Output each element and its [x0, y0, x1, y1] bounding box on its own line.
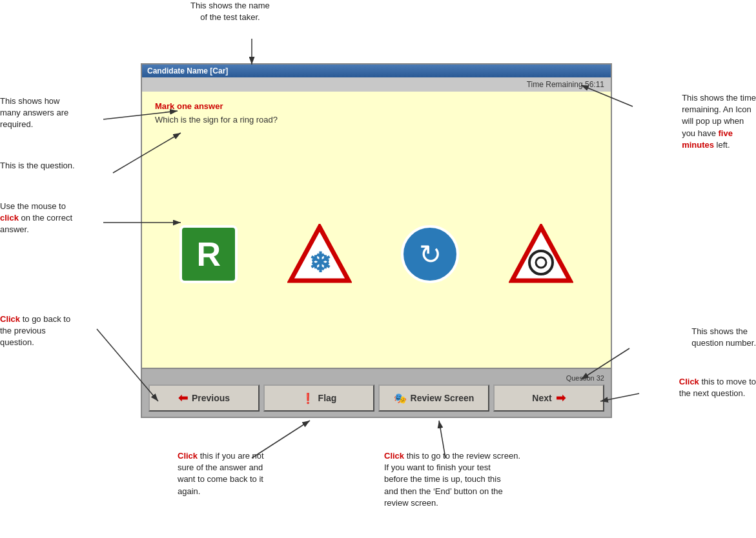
- annotation-review: Click this to go to the review screen. I…: [384, 450, 520, 509]
- annotation-answers-required: This shows how many answers are required…: [0, 95, 68, 131]
- top-bar: Time Remaining 56:11: [142, 77, 611, 92]
- time-remaining: Time Remaining 56:11: [527, 80, 604, 89]
- annotation-mouse-click: Use the mouse to click on the correct an…: [0, 201, 72, 236]
- ann8-line1: this to move to: [699, 377, 756, 386]
- ann3-line3: answer.: [0, 224, 29, 234]
- ann6-line2: the previous: [0, 326, 46, 335]
- annotation-question: This is the question.: [0, 160, 75, 172]
- ann2-line1: This is the question.: [0, 161, 75, 170]
- ann5-line1: This shows the time: [682, 93, 756, 103]
- title-bar-label: Candidate Name [Car]: [147, 66, 228, 75]
- ann4-line2: of the test taker.: [200, 12, 260, 22]
- ann9-line4: again.: [178, 486, 200, 496]
- answer-option-3[interactable]: ↻: [401, 225, 459, 283]
- next-button[interactable]: Next ➡: [493, 384, 604, 412]
- annotation-question-number: This shows the question number.: [691, 326, 756, 349]
- flag-label: Flag: [318, 393, 337, 403]
- previous-button[interactable]: ⬅ Previous: [148, 384, 260, 412]
- answer-option-4[interactable]: [509, 224, 573, 285]
- ann6-line3: question.: [0, 337, 34, 347]
- ann1-line2: many answers are: [0, 108, 68, 117]
- ann10-line4: and then the ‘End’ button on the: [384, 486, 503, 496]
- ann5-line2: remaining. An Icon: [682, 105, 751, 114]
- svg-text:❄: ❄: [308, 248, 331, 278]
- test-window: Candidate Name [Car] Time Remaining 56:1…: [141, 63, 612, 418]
- mark-answer-label: Mark one answer: [155, 101, 598, 111]
- ann10-line2: If you want to finish your test: [384, 463, 491, 472]
- ann5-red: five: [719, 128, 733, 138]
- svg-marker-2: [512, 227, 570, 281]
- ann9-line2: sure of the answer and: [178, 463, 263, 472]
- ann1-line3: required.: [0, 119, 33, 129]
- ann3-line1: Use the mouse to: [0, 201, 66, 211]
- title-bar: Candidate Name [Car]: [142, 65, 611, 77]
- review-icon: 🎭: [394, 392, 407, 404]
- ann9-red: Click: [178, 451, 198, 461]
- ann1-line1: This shows how: [0, 96, 59, 106]
- answer-option-1[interactable]: R: [179, 225, 238, 283]
- annotation-time-remaining: This shows the time remaining. An Icon w…: [682, 92, 756, 151]
- sign-snowflake-triangle: ❄: [287, 224, 352, 285]
- ann6-line1: to go back to: [20, 314, 70, 324]
- sign-roundabout: ↻: [401, 225, 459, 283]
- ann8-red: Click: [679, 377, 699, 386]
- ann6-red: Click: [0, 314, 20, 324]
- nav-buttons: ⬅ Previous ❗ Flag 🎭 Review Screen Next ➡: [142, 384, 611, 412]
- review-label: Review Screen: [411, 393, 475, 403]
- ann9-line1: this if you are not: [198, 451, 264, 461]
- ann5-line6: left.: [714, 140, 730, 150]
- answer-option-2[interactable]: ❄: [287, 224, 352, 285]
- ann4-line1: This shows the name: [190, 1, 270, 10]
- flag-icon: ❗: [301, 392, 314, 404]
- arrow-right-icon: ➡: [556, 391, 566, 405]
- arrow-left-icon: ⬅: [178, 391, 188, 405]
- sign-give-way-triangle: [509, 224, 573, 285]
- answers-row: R ❄ ↻: [155, 150, 598, 358]
- question-number: Question 32: [142, 374, 611, 384]
- next-label: Next: [532, 393, 551, 403]
- question-area: Mark one answer Which is the sign for a …: [142, 92, 611, 368]
- ann5-line3: will pop up when: [682, 116, 744, 126]
- flag-button[interactable]: ❗ Flag: [263, 384, 374, 412]
- previous-label: Previous: [192, 393, 230, 403]
- ann5-line5: minutes: [682, 140, 714, 150]
- nav-bar: Question 32 ⬅ Previous ❗ Flag 🎭 Review S…: [142, 368, 611, 417]
- annotation-flag: Click this if you are not sure of the an…: [178, 450, 264, 497]
- ann3-line2: on the correct: [19, 213, 72, 223]
- ann3-red: click: [0, 213, 19, 223]
- ann8-line2: the next question.: [679, 388, 746, 398]
- ann10-line1: this to go to the review screen.: [404, 451, 520, 461]
- ann10-red: Click: [384, 451, 404, 461]
- ann9-line3: want to come back to it: [178, 474, 263, 484]
- annotation-go-back: Click to go back to the previous questio…: [0, 314, 70, 349]
- ann7-line1: This shows the: [691, 326, 748, 336]
- annotation-next-question: Click this to move to the next question.: [679, 376, 756, 399]
- ann10-line3: before the time is up, touch this: [384, 474, 501, 484]
- ann5-line4: you have: [682, 128, 718, 138]
- ann7-line2: question number.: [691, 338, 756, 348]
- question-text: Which is the sign for a ring road?: [155, 115, 598, 125]
- sign-ring-road: R: [179, 225, 238, 283]
- ann10-line5: review screen.: [384, 498, 438, 508]
- review-button[interactable]: 🎭 Review Screen: [378, 384, 489, 412]
- annotation-test-taker-name: This shows the name of the test taker.: [190, 0, 270, 23]
